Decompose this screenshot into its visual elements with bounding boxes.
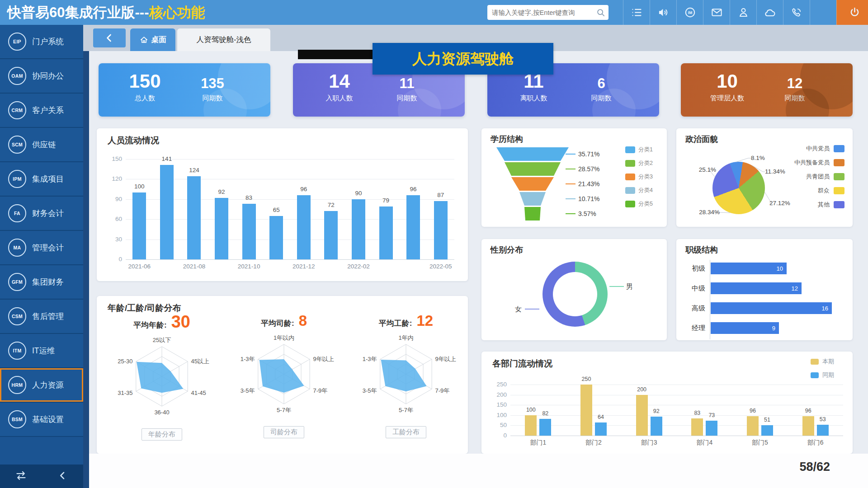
tab-hr-dashboard-label: 人资驾驶舱-浅色 <box>197 35 251 45</box>
legend-item: 其他 <box>758 201 844 209</box>
x-axis-label: 2022-02 <box>338 263 379 270</box>
back-button[interactable] <box>93 28 126 47</box>
legend-swatch <box>811 359 819 365</box>
funnel-connector <box>566 154 576 155</box>
radar-axis-label: 41-45 <box>191 389 206 396</box>
sidebar-item-MA[interactable]: MA管理会计 <box>0 231 83 265</box>
page-indicator: 58/62 <box>799 460 830 474</box>
bar <box>160 165 174 259</box>
bar: 16 <box>711 302 832 314</box>
radar-panel-2: 平均工龄:121年内9年以上7-9年5-7年3-5年1-3年工龄分布 <box>347 312 465 450</box>
y-axis-tick: 100 <box>486 412 507 418</box>
legend-swatch <box>625 160 635 167</box>
kpi-secondary: 6同期数 <box>574 76 628 103</box>
sidebar-item-label: 协同办公 <box>32 70 64 81</box>
bar <box>297 195 311 259</box>
radar-axis-label: 5-7年 <box>399 407 413 413</box>
sidebar-item-label: 财务会计 <box>32 208 64 219</box>
legend-label: 其他 <box>818 201 830 209</box>
app-title-main: 快普易60集成行业版--- <box>7 5 149 20</box>
sidebar-item-OAM[interactable]: OAM协同办公 <box>0 59 83 94</box>
legend-swatch <box>625 201 635 207</box>
sidebar-item-label: IT运维 <box>32 345 55 356</box>
radar-footer-label[interactable]: 司龄分布 <box>264 426 304 438</box>
funnel-percent-label: 28.57% <box>578 165 614 173</box>
legend-item: 分类1 <box>625 145 664 154</box>
tab-desktop[interactable]: 桌面 <box>130 28 175 51</box>
phone-icon-button[interactable] <box>783 0 810 25</box>
kpi-card-0: 150总人数135同期数 <box>99 63 270 117</box>
gender-label-male: 男 <box>626 282 644 291</box>
sidebar-item-CSM[interactable]: CSM售后管理 <box>0 300 83 334</box>
bar <box>817 425 829 436</box>
sidebar-item-ITM[interactable]: ITMIT运维 <box>0 334 83 368</box>
sidebar-item-label: 集成项目 <box>32 174 64 184</box>
user-icon-button[interactable] <box>730 0 756 25</box>
legend-item: 分类4 <box>625 186 664 194</box>
personnel-flow-card: 人员流动情况 030609012015010014112492836596729… <box>97 128 468 281</box>
hrm-module-icon: HRM <box>8 376 26 394</box>
scm-module-icon: SCM <box>8 136 26 154</box>
legend-label: 分类2 <box>638 160 653 167</box>
x-axis-label: 2021-06 <box>119 263 160 270</box>
im-icon-button[interactable]: IM <box>676 0 703 25</box>
tab-hr-dashboard[interactable]: 人资驾驶舱-浅色 <box>177 28 270 51</box>
legend-swatch <box>625 187 635 194</box>
sidebar-item-HRM[interactable]: HRM人力资源 <box>0 368 83 403</box>
mail-icon-button[interactable] <box>703 0 730 25</box>
tab-desktop-label: 桌面 <box>151 35 166 45</box>
radar-footer-label[interactable]: 年龄分布 <box>142 428 182 441</box>
sidebar-item-label: 供应链 <box>32 139 56 150</box>
legend-swatch <box>834 201 844 208</box>
cloud-icon-button[interactable] <box>756 0 783 25</box>
x-axis-label: 部门5 <box>732 439 788 447</box>
sidebar-item-IPM[interactable]: IPM集成项目 <box>0 162 83 197</box>
swap-panels-icon[interactable] <box>15 469 27 483</box>
bar-value-label: 51 <box>756 417 778 423</box>
education-structure-card: 学历结构 35.71%分类128.57%分类221.43%分类310.71%分类… <box>481 128 667 227</box>
kpi-label: 离职人数 <box>505 94 562 103</box>
gridline <box>510 385 843 385</box>
app-title-accent: 核心功能 <box>149 5 205 20</box>
mail-icon <box>711 6 723 19</box>
sidebar-item-CRM[interactable]: CRM客户关系 <box>0 94 83 128</box>
search-icon[interactable] <box>596 8 606 18</box>
chart-title: 学历结构 <box>491 134 523 145</box>
y-axis-tick: 60 <box>100 216 122 222</box>
fa-module-icon: FA <box>8 204 26 222</box>
collapse-sidebar-icon[interactable] <box>57 470 68 483</box>
sidebar-menu: EIP门户系统OAM协同办公CRM客户关系SCM供应链IPM集成项目FA财务会计… <box>0 25 83 437</box>
speaker-icon-button[interactable] <box>650 0 676 25</box>
oam-module-icon: OAM <box>8 67 26 85</box>
gridline <box>510 395 843 395</box>
sidebar-item-SCM[interactable]: SCM供应链 <box>0 128 83 162</box>
list-icon-button[interactable] <box>623 0 650 25</box>
kpi-label: 总人数 <box>117 94 173 103</box>
power-icon-button[interactable] <box>836 0 868 25</box>
x-axis-label: 2021-10 <box>229 263 269 270</box>
bar <box>651 417 662 436</box>
legend-item: 共青团员 <box>758 173 844 181</box>
itm-module-icon: ITM <box>8 342 26 360</box>
kpi-label: 入职人数 <box>311 94 368 103</box>
y-axis-tick: 50 <box>486 422 507 428</box>
search-input[interactable] <box>487 9 596 16</box>
radar-axis-label: 45以上 <box>191 358 209 365</box>
rank-category-label: 经理 <box>683 322 705 334</box>
radar-footer-label[interactable]: 工龄分布 <box>386 426 426 438</box>
radar-chart: 25以下45以上41-4536-4031-3525-30 <box>103 332 221 427</box>
bar-value-label: 64 <box>590 414 612 420</box>
power-icon <box>849 6 861 19</box>
sidebar-item-BSM[interactable]: BSM基础设置 <box>0 403 83 437</box>
funnel-connector <box>566 198 576 199</box>
label-connector <box>525 309 539 310</box>
gender-distribution-card: 性别分布 男女 <box>481 239 667 340</box>
sidebar-item-GFM[interactable]: GFM集团财务 <box>0 265 83 300</box>
department-flow-card: 各部门流动情况 05010015020025010082部门125064部门22… <box>481 352 853 454</box>
bar <box>406 195 420 259</box>
sidebar-item-FA[interactable]: FA财务会计 <box>0 197 83 231</box>
x-axis-label: 2021-12 <box>283 263 324 270</box>
bar <box>706 421 717 436</box>
sidebar-item-EIP[interactable]: EIP门户系统 <box>0 25 83 59</box>
radar-header: 平均司龄:8 <box>261 312 307 329</box>
